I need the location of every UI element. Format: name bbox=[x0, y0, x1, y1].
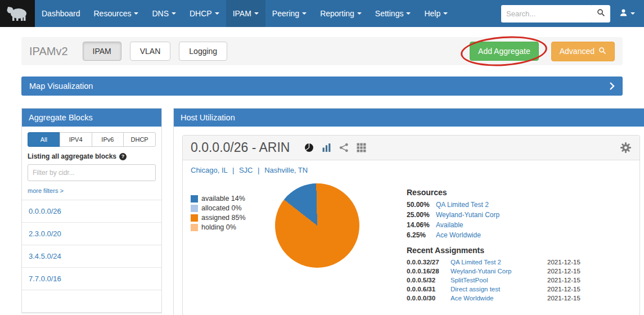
block-detail-subpanel: 0.0.0.0/26 - ARIN bbox=[182, 135, 640, 315]
legend-item: allocated 0% bbox=[191, 204, 274, 212]
legend-swatch bbox=[191, 195, 198, 202]
aggregate-blocks-header: Aggregate Blocks bbox=[22, 109, 161, 127]
aggregate-blocks-panel: Aggregate Blocks All IPV4 IPv6 DHCP List… bbox=[21, 108, 162, 313]
tab-logging[interactable]: Logging bbox=[179, 42, 227, 61]
resource-percent: 6.25% bbox=[407, 231, 436, 239]
assignment-link[interactable]: Weyland-Yutani Corp bbox=[451, 268, 547, 274]
share-icon[interactable] bbox=[339, 143, 349, 152]
legend-item: holding 0% bbox=[191, 223, 274, 231]
utilization-chart-row: available 14% allocated 0% assigned 85% … bbox=[183, 176, 640, 315]
resource-link[interactable]: Ace Worldwide bbox=[436, 231, 481, 239]
caret-down-icon bbox=[443, 12, 448, 15]
caret-down-icon bbox=[215, 12, 219, 15]
assignment-link[interactable]: Direct assign test bbox=[451, 286, 547, 292]
page-title: IPAMv2 bbox=[29, 45, 68, 58]
list-item[interactable] bbox=[22, 290, 161, 313]
location-link[interactable]: Nashville, TN bbox=[264, 166, 308, 174]
app-logo[interactable] bbox=[0, 0, 35, 27]
legend-label: available 14% bbox=[201, 195, 245, 202]
caret-down-icon bbox=[302, 12, 307, 15]
assignment-cidr: 0.0.0.0/30 bbox=[407, 295, 451, 302]
resources-title: Resources bbox=[407, 188, 632, 197]
nav-item-help[interactable]: Help bbox=[417, 0, 454, 27]
user-menu[interactable] bbox=[610, 0, 644, 27]
nav-item-dns[interactable]: DNS bbox=[145, 0, 183, 27]
legend-item: available 14% bbox=[191, 195, 274, 202]
location-link[interactable]: SJC bbox=[239, 166, 253, 174]
chevron-right-icon bbox=[609, 82, 615, 91]
tab-ipam[interactable]: IPAM bbox=[83, 42, 121, 61]
block-detail-header: 0.0.0.0/26 - ARIN bbox=[183, 136, 640, 160]
assignment-date: 2021-12-15 bbox=[547, 277, 580, 284]
caret-down-icon bbox=[172, 12, 176, 15]
caret-down-icon bbox=[631, 12, 635, 15]
toolbar-actions: Add Aggregate Advanced bbox=[470, 42, 615, 61]
nav-label: Settings bbox=[375, 9, 404, 18]
top-navbar: Dashboard Resources DNS DHCP IPAM Peerin… bbox=[0, 0, 644, 27]
grid-icon[interactable] bbox=[357, 143, 366, 152]
nav-label: IPAM bbox=[233, 9, 251, 18]
resource-link[interactable]: Weyland-Yutani Corp bbox=[436, 211, 499, 219]
add-aggregate-wrap: Add Aggregate bbox=[470, 42, 539, 61]
assignment-date: 2021-12-15 bbox=[547, 259, 580, 266]
assignment-cidr: 0.0.0.6/31 bbox=[407, 286, 451, 292]
legend-swatch bbox=[191, 205, 198, 212]
filter-tab-all[interactable]: All bbox=[28, 132, 60, 147]
more-filters-link[interactable]: more filters > bbox=[28, 187, 64, 194]
nav-label: Peering bbox=[272, 9, 299, 18]
assignment-link[interactable]: Ace Worldwide bbox=[451, 295, 547, 302]
caret-down-icon bbox=[357, 12, 362, 15]
resource-link[interactable]: QA Limited Test 2 bbox=[436, 201, 489, 209]
resource-percent: 14.06% bbox=[407, 221, 436, 229]
bar-chart-icon[interactable] bbox=[322, 143, 331, 152]
resource-link[interactable]: Available bbox=[436, 221, 463, 229]
gear-icon[interactable] bbox=[620, 142, 632, 154]
search-button[interactable] bbox=[591, 5, 610, 22]
cidr-filter-input[interactable] bbox=[28, 164, 156, 181]
list-item[interactable]: 0.0.0.0/26 bbox=[22, 200, 161, 223]
filter-tab-ipv6[interactable]: IPv6 bbox=[92, 132, 124, 147]
assignment-date: 2021-12-15 bbox=[547, 268, 580, 274]
filter-tab-ipv4[interactable]: IPV4 bbox=[60, 132, 92, 147]
assignment-link[interactable]: SplitTestPool bbox=[451, 277, 547, 284]
nav-menu: Dashboard Resources DNS DHCP IPAM Peerin… bbox=[35, 0, 454, 27]
nav-item-dhcp[interactable]: DHCP bbox=[183, 0, 226, 27]
nav-item-dashboard[interactable]: Dashboard bbox=[35, 0, 87, 27]
content-area: Aggregate Blocks All IPV4 IPv6 DHCP List… bbox=[21, 108, 623, 315]
advanced-label: Advanced bbox=[560, 47, 595, 56]
list-item[interactable]: 3.4.5.0/24 bbox=[22, 245, 161, 268]
nav-item-peering[interactable]: Peering bbox=[265, 0, 313, 27]
block-title: 0.0.0.0/26 - ARIN bbox=[191, 140, 290, 155]
resource-row: 6.25%Ace Worldwide bbox=[407, 231, 632, 239]
list-item[interactable]: 7.7.0.0/16 bbox=[22, 268, 161, 290]
nav-item-ipam[interactable]: IPAM bbox=[226, 0, 265, 27]
map-visualization-bar[interactable]: Map Visualization bbox=[21, 76, 623, 96]
table-row: 0.0.0.16/28Weyland-Yutani Corp2021-12-15 bbox=[407, 268, 632, 274]
resource-row: 25.00%Weyland-Yutani Corp bbox=[407, 211, 632, 219]
legend-label: holding 0% bbox=[201, 223, 236, 231]
tab-vlan[interactable]: VLAN bbox=[130, 42, 171, 61]
table-row: 0.0.0.0/30Ace Worldwide2021-12-15 bbox=[407, 295, 632, 302]
search-input[interactable] bbox=[501, 5, 591, 22]
add-aggregate-button[interactable]: Add Aggregate bbox=[470, 42, 539, 61]
list-item[interactable]: 2.3.0.0/20 bbox=[22, 223, 161, 245]
nav-item-resources[interactable]: Resources bbox=[87, 0, 146, 27]
location-link[interactable]: Chicago, IL bbox=[191, 166, 227, 174]
advanced-button[interactable]: Advanced bbox=[551, 42, 615, 61]
user-icon bbox=[619, 8, 628, 19]
legend-label: assigned 85% bbox=[201, 214, 246, 222]
assignment-link[interactable]: QA Limited Test 2 bbox=[451, 259, 547, 266]
resource-percent: 50.00% bbox=[407, 201, 436, 209]
resource-percent: 25.00% bbox=[407, 211, 436, 219]
filter-tab-dhcp[interactable]: DHCP bbox=[123, 132, 156, 147]
question-circle-icon[interactable]: ? bbox=[119, 153, 127, 160]
nav-label: Help bbox=[424, 9, 440, 18]
listing-label-text: Listing all aggregate blocks bbox=[28, 152, 116, 160]
utilization-stats: Resources 50.00%QA Limited Test 2 25.00%… bbox=[407, 181, 632, 304]
assignment-cidr: 0.0.0.32/27 bbox=[407, 259, 451, 266]
assignment-cidr: 0.0.0.16/28 bbox=[407, 268, 451, 274]
nav-item-reporting[interactable]: Reporting bbox=[313, 0, 368, 27]
legend-item: assigned 85% bbox=[191, 214, 274, 222]
pie-chart-icon[interactable] bbox=[304, 143, 314, 152]
nav-item-settings[interactable]: Settings bbox=[368, 0, 418, 27]
